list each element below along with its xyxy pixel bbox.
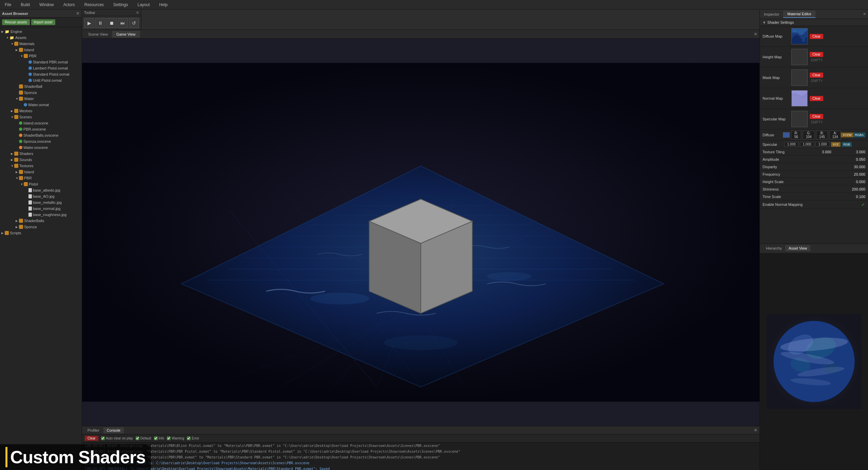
info-checkbox[interactable] (154, 436, 158, 440)
tab-inspector[interactable]: Inspector (760, 11, 783, 18)
list-item-ao[interactable]: base_AO.jpg (0, 193, 82, 199)
list-item-lambert[interactable]: Lambert Pistol.ovmat (0, 65, 82, 71)
menu-build[interactable]: Build (19, 2, 32, 8)
toolbar-close[interactable]: ✕ (136, 11, 139, 15)
height-map-clear-button[interactable]: Clear (810, 52, 823, 57)
tree-item-shaders[interactable]: ▶ Shaders (0, 151, 82, 157)
list-item-roughness[interactable]: base_roughness.jpg (0, 212, 82, 218)
list-item-sponza-scene[interactable]: Sponza.ovscene (0, 138, 82, 144)
stop-button[interactable]: ⏹ (106, 18, 117, 28)
tree-label-materials: Materials (19, 42, 35, 46)
list-item-water-mat[interactable]: Water.ovmat (0, 102, 82, 108)
diffuse-color-swatch[interactable] (783, 132, 790, 138)
import-button[interactable]: Import asset (31, 19, 55, 25)
asset-browser-close[interactable]: ✕ (76, 11, 80, 16)
tree-item-textures[interactable]: ▼ Textures (0, 163, 82, 169)
tree-item-assets[interactable]: ▼ 📁 Assets (0, 35, 82, 41)
tab-asset-view[interactable]: Asset View (785, 245, 810, 251)
specular-map-preview[interactable] (791, 111, 808, 127)
pause-button[interactable]: ⏸ (95, 18, 105, 28)
console-log-area: [20:09:55] Asset retargeting: "Materials… (82, 443, 760, 470)
folder-icon-meshes (14, 109, 18, 113)
menu-actors[interactable]: Actors (61, 2, 77, 8)
disparity-value: 30.000 (800, 165, 865, 169)
list-item-albedo[interactable]: base_albedo.jpg (0, 187, 82, 193)
tree-label-textures: Textures (19, 164, 34, 168)
tree-item-tex-pistol[interactable]: ▼ Pistol (0, 181, 82, 187)
amplitude-row: Amplitude 0.050 (760, 156, 868, 163)
list-item-water-scene[interactable]: Water.ovscene (0, 144, 82, 151)
menu-settings[interactable]: Settings (111, 2, 130, 8)
diffuse-map-clear-button[interactable]: Clear (810, 34, 823, 39)
tab-console[interactable]: Console (103, 427, 124, 433)
main-layout: Asset Browser ✕ Rescan assets Import ass… (0, 9, 868, 470)
menu-window[interactable]: Window (37, 2, 56, 8)
menu-file[interactable]: File (3, 2, 13, 8)
normal-map-preview[interactable] (791, 90, 808, 106)
diffuse-map-preview[interactable] (791, 28, 808, 44)
tab-material-editor[interactable]: Material Editor (783, 11, 815, 18)
list-item-pbr-scene[interactable]: PBR.ovscene (0, 126, 82, 132)
right-panel-close[interactable]: ✕ (863, 12, 866, 16)
list-item-standard-pbr[interactable]: Standard PBR.ovmat (0, 59, 82, 65)
console-clear-button[interactable]: Clear (85, 436, 98, 441)
svg-point-21 (384, 335, 457, 350)
tree-item-engine[interactable]: ▶ 📁 Engine (0, 28, 82, 35)
tree-item-tex-pbr[interactable]: ▼ PBR (0, 175, 82, 181)
tree-item-tex-shaderballs[interactable]: ▶ ShaderBalls (0, 218, 82, 224)
console-close[interactable]: ✕ (754, 428, 757, 433)
default-checkbox[interactable] (136, 436, 139, 440)
menu-resources[interactable]: Resources (82, 2, 106, 8)
tree-label-engine: Engine (11, 30, 22, 34)
tree-item-water-folder[interactable]: ▼ Water (0, 96, 82, 102)
folder-icon-tex-sponza (19, 225, 23, 229)
tree-item-sponza[interactable]: Sponza (0, 90, 82, 96)
viewport-panel: Scene View Game View ✕ (82, 30, 760, 470)
tab-hierarchy[interactable]: Hierarchy (763, 245, 785, 251)
menu-help[interactable]: Help (157, 2, 170, 8)
error-checkbox[interactable] (187, 436, 191, 440)
tab-profiler[interactable]: Profiler (84, 427, 103, 433)
tree-item-tex-island[interactable]: ▶ Island (0, 169, 82, 175)
mask-map-preview[interactable] (791, 70, 808, 86)
warning-checkbox[interactable] (167, 436, 171, 440)
auto-clear-checkbox[interactable] (101, 436, 105, 440)
enable-normal-mapping-check[interactable]: ✓ (861, 202, 865, 207)
cube-3d (369, 199, 472, 313)
tree-item-shaderball[interactable]: ShaderBall (0, 83, 82, 90)
list-item-std-pistol[interactable]: Standard Pistol.ovmat (0, 71, 82, 77)
tree-item-sounds[interactable]: ▶ Sounds (0, 157, 82, 163)
play-button[interactable]: ▶ (84, 18, 94, 28)
tree-item-pbr-folder[interactable]: ▼ PBR (0, 53, 82, 59)
tree-item-tex-sponza[interactable]: ▶ Sponza (0, 224, 82, 230)
tab-game-view[interactable]: Game View (112, 31, 140, 38)
tree-item-scenes[interactable]: ▼ Scenes (0, 114, 82, 120)
tree-item-materials[interactable]: ▼ Materials (0, 41, 82, 47)
tree-item-island[interactable]: ▶ Island (0, 47, 82, 53)
tree-item-meshes[interactable]: ▶ Meshes (0, 108, 82, 114)
mask-map-empty-label: EMPTY (811, 79, 823, 83)
specular-color-row: Specular 1.000 1.000 1.000 XYZ RGB (760, 141, 868, 148)
tab-scene-view[interactable]: Scene View (84, 31, 112, 38)
normal-map-clear-button[interactable]: Clear (810, 96, 823, 101)
rescan-button[interactable]: Rescan assets (2, 19, 30, 25)
tree-item-scripts[interactable]: ▶ Scripts (0, 230, 82, 236)
specular-map-clear-button[interactable]: Clear (810, 114, 823, 119)
diffuse-xyzw-button[interactable]: XYZW (841, 133, 853, 137)
next-frame-button[interactable]: ⏭ (118, 18, 128, 28)
specular-xyz-button[interactable]: XYZ (831, 142, 841, 147)
diffuse-rgba-button[interactable]: RGBA (853, 133, 865, 137)
right-panel-tabs: Inspector Material Editor ✕ (760, 9, 868, 19)
mask-map-clear-button[interactable]: Clear (810, 73, 823, 78)
list-item-normal[interactable]: base_normal.jpg (0, 205, 82, 212)
list-item-metallic[interactable]: base_metallic.jpg (0, 199, 82, 205)
list-item-shaderballs-scene[interactable]: ShaderBalls.ovscene (0, 132, 82, 138)
specular-rgb-button[interactable]: RGB (842, 142, 852, 147)
height-map-preview[interactable] (791, 49, 808, 65)
folder-icon-pbr (24, 54, 28, 58)
list-item-island-scene[interactable]: Island.ovscene (0, 120, 82, 126)
list-item-unlit-pistol[interactable]: Unlit Pistol.ovmat (0, 77, 82, 83)
menu-layout[interactable]: Layout (135, 2, 152, 8)
reload-button[interactable]: ↺ (129, 18, 139, 28)
viewport-close[interactable]: ✕ (754, 32, 757, 37)
